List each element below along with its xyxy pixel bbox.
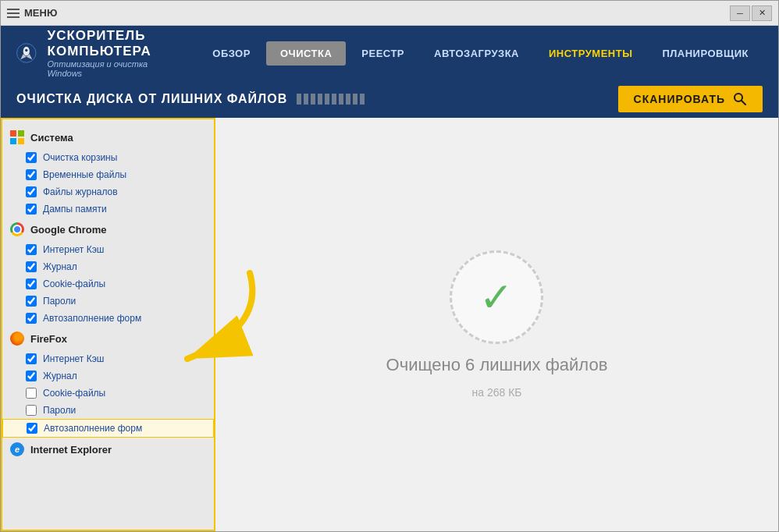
tab-autostart[interactable]: АВТОЗАГРУЗКА xyxy=(420,41,533,66)
item-label: Дампы памяти xyxy=(43,204,107,215)
category-ie-label: Internet Explorer xyxy=(30,444,112,456)
left-panel: Система Очистка корзины Временные файлы … xyxy=(1,118,215,531)
list-item[interactable]: Автозаполнение форм xyxy=(2,419,214,438)
checkmark-icon: ✓ xyxy=(479,274,514,321)
search-icon xyxy=(733,92,747,106)
success-circle: ✓ xyxy=(450,250,543,344)
checkbox-dumps[interactable] xyxy=(26,204,37,215)
list-item[interactable]: Пароли xyxy=(2,402,214,419)
list-item[interactable]: Cookie-файлы xyxy=(2,385,214,402)
svg-point-4 xyxy=(25,49,27,51)
list-item[interactable]: Интернет Кэш xyxy=(2,241,214,258)
tab-scheduler[interactable]: ПЛАНИРОВЩИК xyxy=(648,41,763,66)
checkbox-ff-cookies[interactable] xyxy=(26,388,37,399)
scan-button[interactable]: СКАНИРОВАТЬ xyxy=(618,86,763,112)
list-item[interactable]: Пароли xyxy=(2,293,214,310)
main-content: Система Очистка корзины Временные файлы … xyxy=(1,118,778,531)
category-system[interactable]: Система xyxy=(2,126,214,149)
list-item[interactable]: Журнал xyxy=(2,367,214,385)
list-item[interactable]: Временные файлы xyxy=(2,166,214,183)
checkbox-chrome-passwords[interactable] xyxy=(26,296,37,307)
windows-icon xyxy=(10,130,24,144)
success-subtext: на 268 КБ xyxy=(471,386,521,399)
checkbox-chrome-cookies[interactable] xyxy=(26,278,37,289)
hamburger-icon xyxy=(7,9,20,18)
left-panel-scroll[interactable]: Система Очистка корзины Временные файлы … xyxy=(2,119,214,530)
section-title: ОЧИСТКА ДИСКА ОТ ЛИШНИХ ФАЙЛОВ xyxy=(16,92,618,106)
item-label: Автозаполнение форм xyxy=(43,313,141,324)
checkbox-chrome-history[interactable] xyxy=(26,261,37,272)
success-area: ✓ Очищено 6 лишних файлов на 268 КБ xyxy=(386,250,608,399)
success-text: Очищено 6 лишних файлов xyxy=(386,355,608,375)
item-label: Автозаполнение форм xyxy=(44,423,142,434)
progress-dashes xyxy=(297,94,365,105)
menu-button[interactable]: МЕНЮ xyxy=(7,7,57,19)
item-label: Очистка корзины xyxy=(43,152,117,163)
checkbox-ff-passwords[interactable] xyxy=(26,405,37,416)
svg-line-6 xyxy=(742,101,745,105)
list-item[interactable]: Файлы журналов xyxy=(2,183,214,200)
item-label: Cookie-файлы xyxy=(43,388,105,399)
item-label: Временные файлы xyxy=(43,169,126,180)
category-chrome-label: Google Chrome xyxy=(30,224,107,236)
app-subtitle: Оптимизация и очистка Windows xyxy=(48,59,168,78)
tab-overview[interactable]: ОБЗОР xyxy=(198,41,265,66)
list-item[interactable]: Автозаполнение форм xyxy=(2,310,214,327)
item-label: Журнал xyxy=(43,371,77,381)
chrome-icon xyxy=(10,222,24,236)
app-title: УСКОРИТЕЛЬ КОМПЬЮТЕРА xyxy=(48,28,168,59)
nav-tabs: ОБЗОР ОЧИСТКА РЕЕСТР АВТОЗАГРУЗКА ИНСТРУ… xyxy=(198,41,763,66)
tab-clean[interactable]: ОЧИСТКА xyxy=(266,41,346,66)
category-firefox-label: FireFox xyxy=(30,333,67,345)
minimize-button[interactable]: ─ xyxy=(730,5,750,21)
right-panel: ✓ Очищено 6 лишних файлов на 268 КБ xyxy=(215,118,778,531)
category-firefox[interactable]: FireFox xyxy=(2,327,214,350)
item-label: Интернет Кэш xyxy=(43,353,104,364)
tab-registry[interactable]: РЕЕСТР xyxy=(347,41,418,66)
checkbox-ff-cache[interactable] xyxy=(26,353,37,364)
checkbox-tempfiles[interactable] xyxy=(26,169,37,180)
checkbox-ff-history[interactable] xyxy=(26,371,37,381)
list-item[interactable]: Журнал xyxy=(2,258,214,275)
category-chrome[interactable]: Google Chrome xyxy=(2,218,214,241)
list-item[interactable]: Cookie-файлы xyxy=(2,275,214,293)
item-label: Cookie-файлы xyxy=(43,278,105,289)
ie-icon: e xyxy=(10,442,24,456)
checkbox-chrome-cache[interactable] xyxy=(26,244,37,255)
title-bar-controls: ─ ✕ xyxy=(730,5,772,21)
checkbox-logs[interactable] xyxy=(26,186,37,197)
tab-tools[interactable]: ИНСТРУМЕНТЫ xyxy=(535,41,646,66)
close-button[interactable]: ✕ xyxy=(752,5,772,21)
item-label: Интернет Кэш xyxy=(43,244,104,255)
item-label: Журнал xyxy=(43,261,77,272)
app-header: УСКОРИТЕЛЬ КОМПЬЮТЕРА Оптимизация и очис… xyxy=(1,26,778,80)
list-item[interactable]: Дампы памяти xyxy=(2,200,214,218)
item-label: Пароли xyxy=(43,296,76,307)
checkbox-recycle[interactable] xyxy=(26,152,37,163)
checkbox-chrome-autofill[interactable] xyxy=(26,313,37,324)
section-header: ОЧИСТКА ДИСКА ОТ ЛИШНИХ ФАЙЛОВ СКАНИРОВА… xyxy=(1,80,778,118)
list-item[interactable]: Очистка корзины xyxy=(2,149,214,166)
category-ie[interactable]: e Internet Explorer xyxy=(2,438,214,461)
firefox-icon xyxy=(10,332,24,346)
title-bar: МЕНЮ ─ ✕ xyxy=(1,1,778,26)
item-label: Файлы журналов xyxy=(43,186,118,197)
main-window: МЕНЮ ─ ✕ УСКОРИТЕЛЬ КОМПЬЮТЕРА Оптимизац… xyxy=(0,0,779,532)
app-logo: УСКОРИТЕЛЬ КОМПЬЮТЕРА Оптимизация и очис… xyxy=(16,28,167,78)
menu-label: МЕНЮ xyxy=(24,7,57,19)
category-system-label: Система xyxy=(30,132,73,144)
app-title-block: УСКОРИТЕЛЬ КОМПЬЮТЕРА Оптимизация и очис… xyxy=(48,28,168,78)
list-item[interactable]: Интернет Кэш xyxy=(2,350,214,367)
checkbox-ff-autofill[interactable] xyxy=(27,423,37,434)
rocket-icon xyxy=(16,36,37,70)
item-label: Пароли xyxy=(43,405,76,416)
